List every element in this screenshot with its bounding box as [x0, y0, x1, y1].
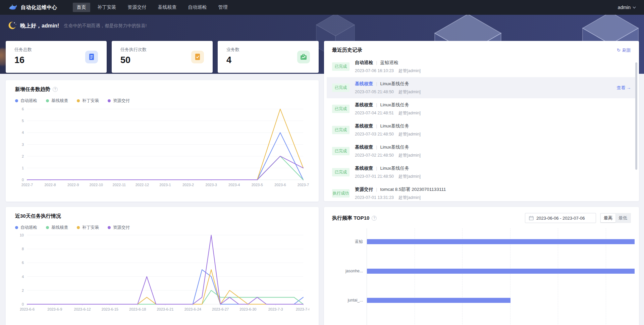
legend-dot: [77, 99, 80, 102]
nav-item-patch-install[interactable]: 补丁安装: [94, 3, 120, 12]
toggle-lowest-button[interactable]: 最低: [615, 214, 630, 222]
calendar-icon: [529, 216, 534, 220]
svg-text:2022-11: 2022-11: [113, 183, 126, 187]
help-icon[interactable]: ?: [53, 87, 58, 92]
record-name: tomcat 8.5部署 20230701133111: [380, 187, 446, 192]
last30-line-chart: 02468102023-6-62023-6-92023-6-122023-6-1…: [15, 232, 309, 316]
bar-label-0: 蓝鲸: [332, 239, 363, 244]
view-link[interactable]: 查看 →: [616, 85, 631, 91]
record-type[interactable]: 基线核查: [355, 81, 373, 86]
divider: |: [376, 187, 377, 192]
legend-item-基线核查[interactable]: 基线核查: [46, 98, 68, 104]
nav-item-admin[interactable]: 管理: [214, 3, 232, 12]
nav-item-resource-delivery[interactable]: 资源交付: [124, 3, 151, 12]
svg-text:2023-7-6: 2023-7-6: [296, 307, 309, 311]
record-time: 2023-07-02 21:48:50: [355, 153, 394, 158]
trend-line-chart: 01234562022-72022-82022-92022-102022-112…: [15, 106, 309, 191]
high-low-toggle: 最高 最低: [600, 213, 631, 223]
record-operator: 超管[admin]: [398, 153, 421, 158]
record-operator: 超管[admin]: [398, 174, 421, 179]
record-operator: 超管[admin]: [398, 90, 421, 94]
help-icon[interactable]: ?: [372, 216, 377, 221]
legend-dot: [46, 226, 49, 229]
status-badge: 已完成: [332, 168, 350, 176]
svg-text:2023-6-18: 2023-6-18: [129, 307, 146, 311]
svg-text:3: 3: [22, 143, 24, 147]
history-record-3[interactable]: 已完成基线核查|Linux基线任务2023-07-03 21:48:50超管[a…: [327, 119, 636, 141]
record-body: 基线核查|Linux基线任务2023-07-03 21:48:50超管[admi…: [355, 123, 421, 137]
history-record-4[interactable]: 已完成基线核查|Linux基线任务2023-07-02 21:48:50超管[a…: [327, 141, 636, 162]
legend-item-资源交付[interactable]: 资源交付: [108, 225, 130, 230]
legend-dot: [108, 226, 111, 229]
record-operator: 超管[admin]: [398, 195, 421, 200]
divider: |: [376, 102, 377, 107]
record-name: Linux基线任务: [380, 81, 409, 86]
refresh-button[interactable]: ↻ 刷新: [617, 47, 631, 53]
legend-dot: [15, 99, 18, 102]
record-name: Linux基线任务: [380, 145, 409, 150]
top-navbar: 自动化运维中心 首页补丁安装资源交付基线核查自动巡检管理 admin: [0, 0, 644, 15]
svg-text:1: 1: [22, 166, 24, 170]
record-name: Linux基线任务: [380, 123, 409, 128]
history-record-1[interactable]: 已完成基线核查|Linux基线任务2023-07-05 21:48:50超管[a…: [327, 77, 636, 98]
stat-card-1: 任务执行次数50: [112, 41, 213, 73]
chevron-down-icon: [633, 6, 636, 9]
divider: |: [376, 81, 377, 86]
nav-item-baseline-check[interactable]: 基线核查: [154, 3, 181, 12]
toggle-highest-button[interactable]: 最高: [601, 214, 615, 222]
record-time: 2023-07-01 13:31:23: [355, 195, 394, 200]
date-range-value: 2023-06-06 - 2023-07-06: [536, 216, 585, 221]
document-icon: [85, 51, 98, 63]
svg-text:6: 6: [22, 107, 24, 111]
nav-item-home[interactable]: 首页: [73, 3, 90, 12]
legend-item-基线核查[interactable]: 基线核查: [46, 225, 68, 230]
legend-item-自动巡检[interactable]: 自动巡检: [15, 98, 37, 104]
legend-item-资源交付[interactable]: 资源交付: [108, 98, 130, 104]
svg-text:5: 5: [22, 119, 24, 123]
svg-text:2023-1: 2023-1: [159, 183, 171, 187]
panel-exec-frequency: 执行频率 TOP10 ? 2023-06-06 - 2023-07-06 最高 …: [324, 207, 639, 325]
history-record-0[interactable]: 已完成自动巡检|蓝鲸巡检2023-07-06 16:10:23超管[admin]: [327, 56, 636, 77]
record-type: 基线核查: [355, 166, 373, 171]
record-time: 2023-07-04 21:48:51: [355, 111, 394, 115]
legend-dot: [77, 226, 80, 229]
panel-last30-execution: 近30天任务执行情况 自动巡检基线核查补丁安装资源交付 02468102023-…: [6, 207, 319, 325]
record-body: 基线核查|Linux基线任务2023-07-01 21:48:50超管[admi…: [355, 165, 421, 179]
nav-item-auto-inspection[interactable]: 自动巡检: [184, 3, 211, 12]
history-record-2[interactable]: 已完成基线核查|Linux基线任务2023-07-04 21:48:51超管[a…: [327, 98, 636, 119]
record-operator: 超管[admin]: [398, 132, 421, 137]
legend-dot: [108, 99, 111, 102]
history-record-6[interactable]: 执行成功资源交付|tomcat 8.5部署 202307011331112023…: [327, 183, 636, 201]
legend-item-补丁安装[interactable]: 补丁安装: [77, 98, 99, 104]
legend-item-补丁安装[interactable]: 补丁安装: [77, 225, 99, 230]
date-range-picker[interactable]: 2023-06-06 - 2023-07-06: [525, 213, 596, 223]
svg-text:2022-10: 2022-10: [90, 183, 103, 187]
svg-text:2023-2: 2023-2: [182, 183, 194, 187]
username: admin: [618, 5, 631, 10]
svg-text:2023-5: 2023-5: [252, 183, 263, 187]
history-record-5[interactable]: 已完成基线核查|Linux基线任务2023-07-01 21:48:50超管[a…: [327, 162, 636, 183]
divider: |: [376, 145, 377, 150]
panel-title-top10: 执行频率 TOP10: [332, 215, 369, 221]
legend-item-自动巡检[interactable]: 自动巡检: [15, 225, 37, 230]
svg-text:2023-6-15: 2023-6-15: [102, 307, 118, 311]
whale-logo-icon: [8, 3, 17, 11]
user-menu[interactable]: admin: [618, 5, 636, 10]
record-body: 基线核查|Linux基线任务2023-07-02 21:48:50超管[admi…: [355, 144, 421, 158]
history-scrollbar[interactable]: [635, 62, 637, 170]
greeting-quote: 生命中的不期而遇，都是你努力中的惊喜!: [64, 23, 147, 29]
bar-label-1: jasonhe...: [332, 269, 363, 274]
record-operator: 超管[admin]: [398, 111, 421, 115]
bar-1[interactable]: [367, 269, 635, 274]
refresh-icon: ↻: [617, 48, 621, 53]
bar-0[interactable]: [367, 239, 635, 244]
svg-text:2023-6-27: 2023-6-27: [212, 307, 229, 311]
bar-2[interactable]: [367, 298, 511, 303]
record-body: 资源交付|tomcat 8.5部署 202307011331112023-07-…: [355, 186, 446, 201]
legend-dot: [15, 226, 18, 229]
greeting-text: 晚上好，admin!: [20, 22, 59, 30]
record-time: 2023-07-03 21:48:50: [355, 132, 394, 137]
app-title: 自动化运维中心: [21, 4, 57, 11]
record-type: 资源交付: [355, 187, 373, 192]
panel-title-history: 最近历史记录: [332, 47, 362, 53]
